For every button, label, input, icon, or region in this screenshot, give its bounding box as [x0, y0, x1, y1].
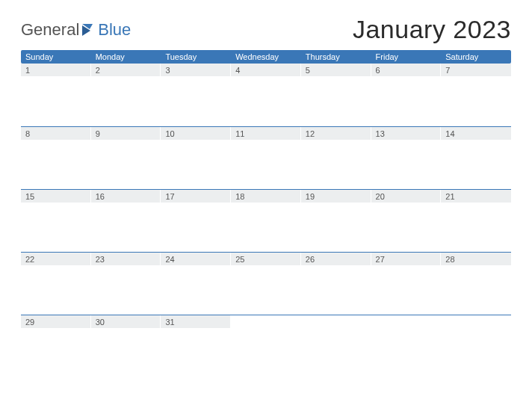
day-cell: 3	[161, 64, 231, 76]
logo-text-general: General	[21, 20, 79, 40]
week-row: 1234567	[21, 64, 511, 126]
week-row: 15161718192021	[21, 189, 511, 252]
day-cell: 4	[231, 64, 301, 76]
day-header: Sunday	[21, 50, 91, 64]
day-header: Thursday	[301, 50, 371, 64]
day-cell: 15	[21, 190, 91, 203]
day-cell: 1	[21, 64, 91, 76]
day-cell	[371, 315, 442, 328]
day-cell: 12	[301, 127, 371, 140]
day-header: Wednesday	[231, 50, 301, 64]
week-row: 891011121314	[21, 126, 511, 189]
day-cell: 6	[371, 64, 442, 76]
day-cell: 31	[161, 315, 231, 328]
day-cell	[231, 315, 301, 328]
day-header: Friday	[371, 50, 442, 64]
day-cell: 20	[371, 190, 442, 203]
day-cell	[441, 315, 511, 328]
day-header: Tuesday	[161, 50, 231, 64]
day-cell: 11	[231, 127, 301, 140]
weeks-container: 1234567891011121314151617181920212223242…	[21, 64, 511, 377]
day-cell: 25	[231, 253, 301, 265]
day-header: Monday	[91, 50, 161, 64]
day-cell: 23	[91, 253, 161, 265]
day-cell: 24	[161, 253, 231, 265]
calendar: Sunday Monday Tuesday Wednesday Thursday…	[21, 50, 511, 377]
day-cell: 16	[91, 190, 161, 203]
day-cell: 5	[301, 64, 371, 76]
day-cell: 21	[441, 190, 511, 203]
day-header-row: Sunday Monday Tuesday Wednesday Thursday…	[21, 50, 511, 64]
day-cell: 17	[161, 190, 231, 203]
day-cell: 22	[21, 253, 91, 265]
logo-flag-icon	[82, 24, 96, 36]
day-cell: 13	[371, 127, 442, 140]
week-row: 293031	[21, 315, 511, 377]
logo: General Blue	[21, 20, 131, 44]
week-row: 22232425262728	[21, 252, 511, 315]
day-cell: 18	[231, 190, 301, 203]
day-cell: 9	[91, 127, 161, 140]
day-header: Saturday	[441, 50, 511, 64]
day-cell: 26	[301, 253, 371, 265]
day-cell: 2	[91, 64, 161, 76]
day-cell: 8	[21, 127, 91, 140]
logo-text-blue: Blue	[98, 20, 131, 40]
day-cell: 28	[441, 253, 511, 265]
day-cell	[301, 315, 371, 328]
day-cell: 29	[21, 315, 91, 328]
header: General Blue January 2023	[21, 15, 511, 44]
day-cell: 10	[161, 127, 231, 140]
day-cell: 30	[91, 315, 161, 328]
calendar-title: January 2023	[353, 15, 511, 44]
day-cell: 19	[301, 190, 371, 203]
day-cell: 27	[371, 253, 442, 265]
day-cell: 14	[441, 127, 511, 140]
day-cell: 7	[441, 64, 511, 76]
